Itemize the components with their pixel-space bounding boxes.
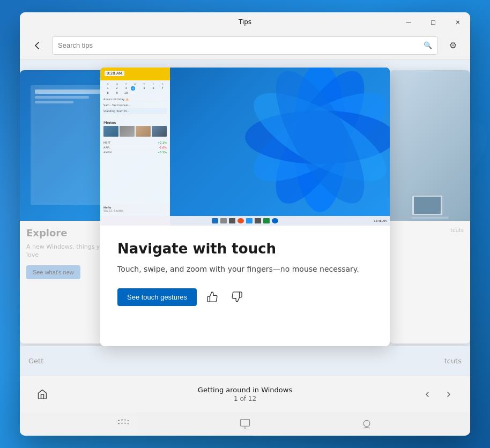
search-input[interactable] <box>58 41 419 49</box>
window-controls: — □ ✕ <box>396 12 470 32</box>
search-bar[interactable]: 🔍 <box>52 36 438 55</box>
dock-item-3 <box>356 414 377 434</box>
win11-taskbar: 12:48 AM <box>100 216 390 226</box>
dock-item-1 <box>113 414 134 434</box>
win11-desktop: Calendar S M T W T F S <box>100 68 390 226</box>
back-button[interactable] <box>28 37 46 54</box>
close-button[interactable]: ✕ <box>446 12 470 32</box>
nav-info: Getting around in Windows 1 of 12 <box>198 386 292 402</box>
toolbar: 🔍 ⚙ <box>20 32 470 59</box>
next-button[interactable] <box>440 386 457 403</box>
maximize-button[interactable]: □ <box>421 12 446 32</box>
win11-mockup: Calendar S M T W T F S <box>100 68 390 226</box>
settings-button[interactable]: ⚙ <box>444 37 462 54</box>
bottom-strip: Gett tcuts <box>20 346 470 376</box>
nav-page: 1 of 12 <box>198 395 292 402</box>
card-description: Touch, swipe, and zoom with your fingers… <box>117 264 373 275</box>
footer-nav: Getting around in Windows 1 of 12 <box>20 376 470 412</box>
nav-arrows <box>419 386 457 403</box>
search-icon: 🔍 <box>424 41 432 49</box>
bottom-right-label: tcuts <box>444 357 462 365</box>
thumbs-down-button[interactable] <box>228 288 246 306</box>
screenshot-time: 9:28 AM <box>105 71 124 76</box>
right-card-image <box>390 70 470 221</box>
card-title: Navigate with touch <box>117 241 373 257</box>
thumbs-up-button[interactable] <box>203 288 221 306</box>
bottom-left-label: Gett <box>28 357 43 365</box>
card-actions: See touch gestures <box>117 288 373 306</box>
svg-point-12 <box>363 420 370 427</box>
bottom-dock <box>20 412 470 436</box>
right-card-preview: tcuts <box>390 70 470 344</box>
right-card-body: tcuts <box>390 221 470 240</box>
svg-rect-11 <box>240 419 249 426</box>
title-bar: Tips — □ ✕ <box>20 12 470 32</box>
dock-item-2 <box>234 414 256 434</box>
see-whats-new-button[interactable]: See what's new <box>26 265 80 279</box>
card-image: Calendar S M T W T F S <box>100 68 390 226</box>
app-window: Tips — □ ✕ 🔍 ⚙ <box>20 12 470 436</box>
home-button[interactable] <box>33 385 52 404</box>
prev-button[interactable] <box>419 386 436 403</box>
card-body: Navigate with touch Touch, swipe, and zo… <box>100 226 390 346</box>
window-title: Tips <box>239 18 251 26</box>
win11-panel: Calendar S M T W T F S <box>100 68 170 226</box>
minimize-button[interactable]: — <box>396 12 421 32</box>
main-card: Calendar S M T W T F S <box>100 68 390 346</box>
nav-title: Getting around in Windows <box>198 386 292 394</box>
see-touch-gestures-button[interactable]: See touch gestures <box>117 288 197 306</box>
right-card-text: tcuts <box>396 227 464 233</box>
taskbar-time: 12:48 AM <box>374 219 387 222</box>
main-content: Explore A new Windows. things you love S… <box>20 59 470 376</box>
